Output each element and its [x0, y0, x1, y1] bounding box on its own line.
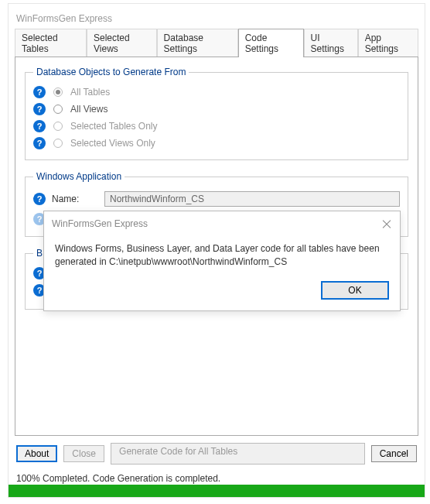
- radio-row-selected-tables[interactable]: ? Selected Tables Only: [33, 118, 400, 135]
- radio-label-all-views: All Views: [70, 104, 108, 115]
- dialog-body: Windows Forms, Business Layer, and Data …: [44, 236, 400, 281]
- about-button[interactable]: About: [16, 445, 57, 462]
- generate-button[interactable]: Generate Code for All Tables: [111, 443, 365, 465]
- dialog-footer: OK: [44, 281, 400, 310]
- radio-label-selected-tables: Selected Tables Only: [70, 121, 158, 132]
- radio-label-selected-views: Selected Views Only: [70, 138, 155, 149]
- help-icon[interactable]: ?: [33, 193, 46, 205]
- tab-app-settings[interactable]: App Settings: [358, 29, 418, 57]
- dialog-title: WinFormsGen Express: [52, 218, 148, 229]
- close-button[interactable]: Close: [63, 445, 104, 462]
- radio-row-all-tables[interactable]: ? All Tables: [33, 84, 400, 101]
- groupbox-db-objects-legend: Database Objects to Generate From: [33, 67, 189, 77]
- groupbox-win-app-legend: Windows Application: [33, 171, 125, 182]
- close-icon[interactable]: [381, 218, 392, 229]
- help-icon[interactable]: ?: [33, 86, 46, 98]
- radio-all-views[interactable]: [53, 105, 63, 114]
- tab-database-settings[interactable]: Database Settings: [157, 29, 238, 57]
- tab-strip: Selected Tables Selected Views Database …: [15, 29, 418, 57]
- tab-selected-views[interactable]: Selected Views: [87, 29, 157, 57]
- cancel-button[interactable]: Cancel: [371, 445, 417, 462]
- status-text: 100% Completed. Code Generation is compl…: [9, 471, 425, 485]
- tab-code-settings[interactable]: Code Settings: [238, 29, 304, 57]
- radio-row-all-views[interactable]: ? All Views: [33, 101, 400, 118]
- radio-label-all-tables: All Tables: [70, 87, 110, 98]
- name-row: ? Name:: [33, 188, 400, 210]
- help-icon[interactable]: ?: [33, 120, 46, 132]
- groupbox-db-objects: Database Objects to Generate From ? All …: [25, 67, 408, 160]
- tab-selected-tables[interactable]: Selected Tables: [15, 29, 87, 57]
- name-input[interactable]: [104, 191, 400, 207]
- radio-selected-tables[interactable]: [53, 122, 63, 131]
- help-icon[interactable]: ?: [33, 103, 46, 115]
- button-bar: About Close Generate Code for All Tables…: [9, 437, 425, 471]
- tab-ui-settings[interactable]: UI Settings: [304, 29, 358, 57]
- help-icon[interactable]: ?: [33, 137, 46, 149]
- radio-all-tables[interactable]: [53, 87, 63, 97]
- name-label: Name:: [52, 194, 98, 204]
- radio-row-selected-views[interactable]: ? Selected Views Only: [33, 135, 400, 152]
- window-title: WinFormsGen Express: [9, 4, 425, 27]
- progress-bar: [9, 485, 425, 497]
- ok-button[interactable]: OK: [321, 281, 389, 300]
- message-dialog: WinFormsGen Express Windows Forms, Busin…: [43, 211, 401, 311]
- radio-selected-views[interactable]: [53, 139, 63, 148]
- dialog-titlebar: WinFormsGen Express: [44, 211, 400, 236]
